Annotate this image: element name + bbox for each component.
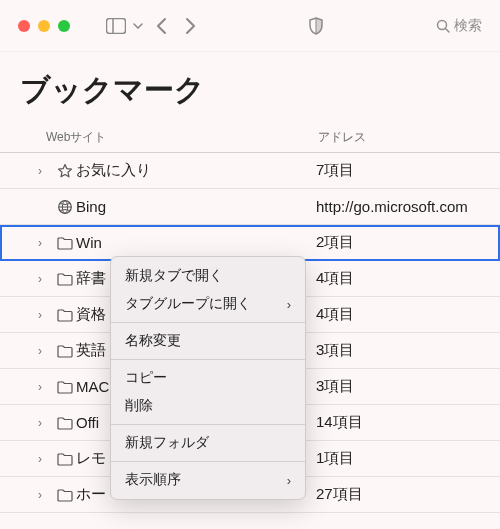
table-header: Webサイト アドレス <box>0 129 500 153</box>
folder-icon <box>54 236 76 250</box>
page-title: ブックマーク <box>0 52 500 129</box>
folder-icon <box>54 416 76 430</box>
svg-line-3 <box>446 28 450 32</box>
chevron-right-icon: › <box>287 473 291 488</box>
bookmark-name: Win <box>76 234 316 251</box>
search-field[interactable]: 検索 <box>436 17 482 35</box>
disclosure-triangle-icon[interactable]: › <box>38 380 54 394</box>
menu-copy[interactable]: コピー <box>111 364 305 392</box>
star-icon <box>54 163 76 179</box>
context-menu: 新規タブで開く タブグループに開く › 名称変更 コピー 削除 新規フォルダ 表… <box>110 256 306 500</box>
chevron-right-icon: › <box>287 297 291 312</box>
disclosure-triangle-icon[interactable]: › <box>38 416 54 430</box>
folder-icon <box>54 344 76 358</box>
disclosure-triangle-icon[interactable]: › <box>38 488 54 502</box>
window-controls <box>18 20 70 32</box>
disclosure-triangle-icon[interactable]: › <box>38 236 54 250</box>
bookmark-address: http://go.microsoft.com <box>316 198 500 215</box>
bookmark-address: 1項目 <box>316 449 500 468</box>
disclosure-triangle-icon[interactable]: › <box>38 452 54 466</box>
bookmark-address: 4項目 <box>316 269 500 288</box>
bookmark-address: 14項目 <box>316 413 500 432</box>
bookmark-address: 4項目 <box>316 305 500 324</box>
column-header-address[interactable]: アドレス <box>318 129 500 146</box>
zoom-window-button[interactable] <box>58 20 70 32</box>
column-header-website[interactable]: Webサイト <box>46 129 318 146</box>
navigation-arrows <box>156 17 196 35</box>
bookmark-name: お気に入り <box>76 161 316 180</box>
folder-icon <box>54 380 76 394</box>
bookmark-address: 3項目 <box>316 341 500 360</box>
privacy-shield-icon[interactable] <box>302 14 330 38</box>
back-button[interactable] <box>156 17 168 35</box>
folder-icon <box>54 272 76 286</box>
disclosure-triangle-icon[interactable]: › <box>38 272 54 286</box>
disclosure-triangle-icon[interactable]: › <box>38 164 54 178</box>
menu-delete[interactable]: 削除 <box>111 392 305 420</box>
menu-open-tab-group[interactable]: タブグループに開く › <box>111 290 305 318</box>
table-row[interactable]: Binghttp://go.microsoft.com <box>0 189 500 225</box>
bookmark-name: Bing <box>76 198 316 215</box>
folder-icon <box>54 308 76 322</box>
minimize-window-button[interactable] <box>38 20 50 32</box>
disclosure-triangle-icon[interactable]: › <box>38 344 54 358</box>
sidebar-icon <box>102 14 130 38</box>
menu-separator <box>111 359 305 360</box>
sidebar-toggle-group[interactable] <box>102 14 144 38</box>
menu-separator <box>111 424 305 425</box>
table-row[interactable]: ›お気に入り7項目 <box>0 153 500 189</box>
menu-sort-order[interactable]: 表示順序 › <box>111 466 305 494</box>
window-toolbar: 検索 <box>0 0 500 52</box>
menu-separator <box>111 461 305 462</box>
close-window-button[interactable] <box>18 20 30 32</box>
globe-icon <box>54 199 76 215</box>
bookmark-address: 7項目 <box>316 161 500 180</box>
bookmark-address: 3項目 <box>316 377 500 396</box>
disclosure-triangle-icon[interactable]: › <box>38 308 54 322</box>
bookmark-address: 2項目 <box>316 233 500 252</box>
folder-icon <box>54 488 76 502</box>
menu-separator <box>111 322 305 323</box>
search-icon <box>436 19 450 33</box>
chevron-down-icon <box>132 14 144 38</box>
search-placeholder: 検索 <box>454 17 482 35</box>
menu-open-new-tab[interactable]: 新規タブで開く <box>111 262 305 290</box>
folder-icon <box>54 452 76 466</box>
forward-button[interactable] <box>184 17 196 35</box>
svg-rect-0 <box>107 18 126 33</box>
menu-rename[interactable]: 名称変更 <box>111 327 305 355</box>
menu-new-folder[interactable]: 新規フォルダ <box>111 429 305 457</box>
bookmark-address: 27項目 <box>316 485 500 504</box>
